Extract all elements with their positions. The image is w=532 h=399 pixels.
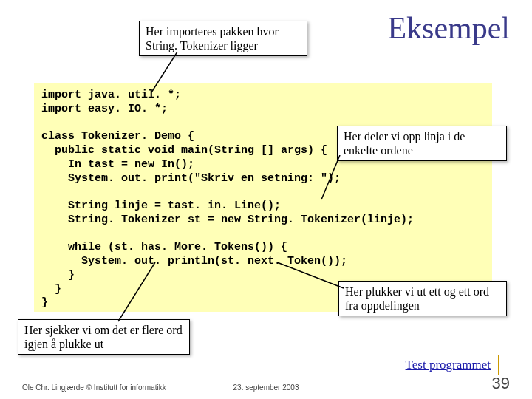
code-block: import java. util. *; import easy. IO. *… (34, 83, 492, 312)
footer-author: Ole Chr. Lingjærde © Institutt for infor… (22, 383, 166, 392)
callout-import: Her importeres pakken hvor String. Token… (139, 21, 307, 56)
callout-check: Her sjekker vi om det er flere ord igjen… (18, 319, 190, 355)
footer-date: 23. september 2003 (233, 383, 299, 392)
page-title: Eksempel (387, 10, 510, 46)
slide: Eksempel import java. util. *; import ea… (0, 0, 532, 399)
callout-pick: Her plukker vi ut ett og ett ord fra opp… (338, 281, 507, 316)
test-program-link[interactable]: Test programmet (398, 355, 499, 375)
footer-pagenum: 39 (492, 374, 510, 393)
callout-split: Her deler vi opp linja i de enkelte orde… (337, 126, 507, 161)
